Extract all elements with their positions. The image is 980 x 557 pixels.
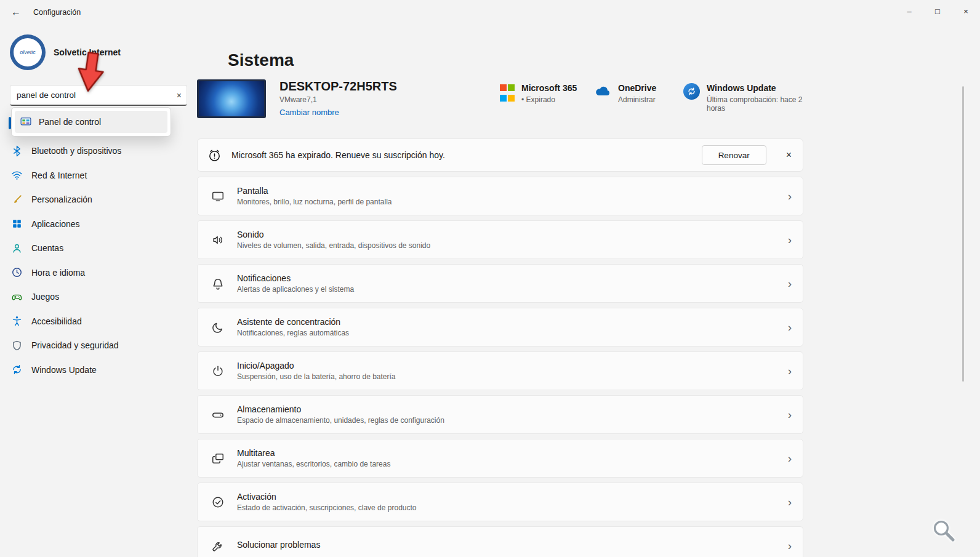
device-header: DESKTOP-72H5RTS VMware7,1 Cambiar nombre… — [197, 79, 806, 131]
sidebar-item-apps[interactable]: Aplicaciones — [3, 212, 194, 236]
sidebar-item-time-language[interactable]: Hora e idioma — [3, 261, 194, 284]
control-panel-icon — [20, 117, 31, 127]
sidebar-item-privacy[interactable]: Privacidad y seguridad — [3, 334, 194, 357]
sidebar-item-label: Bluetooth y dispositivos — [31, 146, 121, 156]
card-action: Administrar — [618, 95, 656, 104]
microsoft-logo-icon — [500, 84, 515, 104]
sidebar-item-label: Aplicaciones — [31, 219, 80, 229]
sidebar-item-gaming[interactable]: Juegos — [3, 285, 194, 308]
sidebar-item-label: Privacidad y seguridad — [31, 340, 119, 350]
close-button[interactable]: × — [952, 0, 980, 22]
chevron-right-icon: › — [788, 277, 792, 291]
setting-row-troubleshoot[interactable]: Solucionar problemas › — [197, 526, 803, 557]
rename-device-link[interactable]: Cambiar nombre — [279, 108, 397, 117]
back-icon[interactable]: ← — [11, 7, 21, 18]
setting-row-multitasking[interactable]: Multitarea Ajustar ventanas, escritorios… — [197, 439, 803, 478]
renew-button[interactable]: Renovar — [702, 145, 766, 165]
sidebar-item-personalization[interactable]: Personalización — [3, 188, 194, 211]
titlebar: ← Configuración — [0, 0, 980, 25]
display-icon — [210, 190, 226, 203]
sidebar-nav: Bluetooth y dispositivos Red & Internet … — [0, 139, 197, 382]
windows-update-icon — [683, 83, 700, 100]
settings-list: Pantalla Monitores, brillo, luz nocturna… — [197, 177, 806, 557]
wrench-icon — [210, 539, 226, 553]
sidebar-item-accounts[interactable]: Cuentas — [3, 236, 194, 260]
device-model: VMware7,1 — [279, 95, 397, 104]
sidebar-item-label: Red & Internet — [31, 170, 87, 180]
sidebar: olvetic Solvetic Internet × Bluetooth y … — [0, 25, 197, 557]
brush-icon — [10, 194, 23, 206]
update-icon — [10, 364, 23, 375]
main-content: Sistema DESKTOP-72H5RTS VMware7,1 Cambia… — [197, 25, 806, 557]
chevron-right-icon: › — [788, 190, 792, 203]
expiration-alert-banner: Microsoft 365 ha expirado. Renueve su su… — [197, 138, 803, 172]
sidebar-item-network[interactable]: Red & Internet — [3, 164, 194, 187]
sidebar-item-label: Personalización — [31, 194, 92, 204]
clock-icon — [10, 266, 23, 278]
storage-drive-icon — [210, 408, 226, 422]
setting-row-sound[interactable]: Sonido Niveles de volumen, salida, entra… — [197, 220, 803, 259]
chevron-right-icon: › — [788, 539, 792, 553]
sidebar-item-label: Windows Update — [31, 365, 97, 375]
red-arrow-annotation — [65, 49, 116, 98]
setting-row-storage[interactable]: Almacenamiento Espacio de almacenamiento… — [197, 395, 803, 434]
page-title: Sistema — [228, 50, 806, 70]
window-title: Configuración — [33, 8, 81, 17]
alert-message: Microsoft 365 ha expirado. Renueve su su… — [231, 150, 702, 160]
setting-row-notifications[interactable]: Notificaciones Alertas de aplicaciones y… — [197, 264, 803, 303]
device-wallpaper-thumbnail — [197, 79, 266, 118]
sidebar-item-accessibility[interactable]: Accesibilidad — [3, 310, 194, 333]
sidebar-item-bluetooth[interactable]: Bluetooth y dispositivos — [3, 139, 194, 162]
gamepad-icon — [10, 291, 23, 303]
minimize-button[interactable]: – — [895, 0, 923, 22]
device-name: DESKTOP-72H5RTS — [279, 79, 397, 94]
card-title: Microsoft 365 — [521, 83, 577, 93]
sidebar-item-label: Juegos — [31, 292, 59, 302]
avatar: olvetic — [10, 34, 46, 70]
maximize-button[interactable]: □ — [923, 0, 952, 22]
device-info: DESKTOP-72H5RTS VMware7,1 Cambiar nombre — [279, 79, 397, 117]
bluetooth-icon — [10, 145, 23, 157]
chevron-right-icon: › — [788, 321, 792, 334]
scrollbar[interactable] — [962, 86, 964, 382]
sidebar-item-label: Accesibilidad — [31, 316, 82, 326]
dismiss-alert-icon[interactable]: × — [786, 150, 792, 161]
card-status: Última comprobación: hace 2 horas — [707, 95, 806, 113]
search-suggestions: Panel de control — [11, 107, 171, 137]
chevron-right-icon: › — [788, 452, 792, 465]
onedrive-card[interactable]: OneDrive Administrar — [594, 83, 656, 104]
chevron-right-icon: › — [788, 364, 792, 378]
card-title: Windows Update — [707, 83, 806, 93]
chevron-right-icon: › — [788, 408, 792, 422]
apps-grid-icon — [10, 218, 23, 230]
sidebar-item-label: Cuentas — [31, 243, 63, 253]
chevron-right-icon: › — [788, 233, 792, 247]
sidebar-item-windows-update[interactable]: Windows Update — [3, 358, 194, 382]
windows-update-card[interactable]: Windows Update Última comprobación: hace… — [683, 83, 806, 113]
clear-search-icon[interactable]: × — [177, 90, 182, 100]
card-title: OneDrive — [618, 83, 656, 93]
chevron-right-icon: › — [788, 495, 792, 509]
search-suggestion-panel-de-control[interactable]: Panel de control — [15, 111, 167, 133]
shield-icon — [10, 340, 23, 351]
suggestion-label: Panel de control — [39, 117, 101, 127]
setting-row-focus-assist[interactable]: Asistente de concentración Notificacione… — [197, 308, 803, 347]
setting-row-activation[interactable]: Activación Estado de activación, suscrip… — [197, 483, 803, 521]
multitask-windows-icon — [210, 452, 226, 465]
onedrive-cloud-icon — [594, 86, 611, 104]
sidebar-item-label: Hora e idioma — [31, 268, 85, 278]
activation-check-icon — [210, 495, 226, 509]
magnifier-cursor-icon — [931, 518, 957, 544]
person-icon — [10, 242, 23, 254]
power-icon — [210, 364, 226, 378]
accessibility-icon — [10, 315, 23, 327]
setting-row-power[interactable]: Inicio/Apagado Suspensión, uso de la bat… — [197, 351, 803, 390]
setting-row-display[interactable]: Pantalla Monitores, brillo, luz nocturna… — [197, 177, 803, 215]
bell-icon — [210, 277, 226, 291]
wifi-icon — [10, 169, 23, 181]
microsoft365-card[interactable]: Microsoft 365 • Expirado — [500, 83, 577, 104]
avatar-label: olvetic — [14, 38, 42, 66]
window-controls: – □ × — [895, 0, 980, 22]
card-status: • Expirado — [521, 95, 577, 104]
alert-clock-icon — [207, 148, 222, 162]
